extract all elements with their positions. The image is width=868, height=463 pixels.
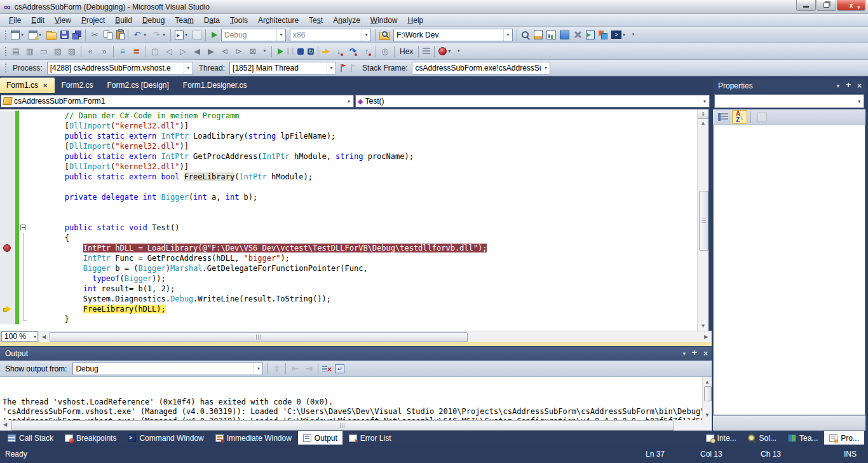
tools-button[interactable]: [572, 28, 583, 42]
breakpoints-ball-button[interactable]: [437, 45, 453, 59]
process-combo[interactable]: [4288] csAddressSubForm.vshost.e: [47, 62, 193, 74]
tab-intellitrace[interactable]: Inte...: [701, 431, 742, 445]
minimize-button[interactable]: [796, 0, 816, 11]
indicator-margin[interactable]: [0, 273, 15, 284]
add-new-item-button[interactable]: [27, 28, 44, 42]
indicator-margin[interactable]: [0, 253, 15, 263]
hex-button[interactable]: Hex: [397, 45, 416, 59]
scroll-left-icon[interactable]: ◀: [0, 420, 10, 429]
next-bookmark-button[interactable]: ▷: [177, 45, 189, 59]
vertical-scrollbar-thumb[interactable]: [699, 191, 709, 251]
outline-margin[interactable]: [19, 233, 28, 243]
restart-button[interactable]: [306, 45, 315, 59]
outline-margin[interactable]: [19, 284, 28, 294]
find-symbol-button[interactable]: [191, 28, 203, 42]
solution-configurations-combo[interactable]: Debug: [221, 29, 286, 41]
indicator-margin[interactable]: [0, 141, 15, 151]
next-message-button[interactable]: ⇥: [302, 362, 315, 376]
indicator-margin[interactable]: [0, 111, 15, 121]
indicator-margin[interactable]: [0, 121, 15, 131]
show-next-statement-button[interactable]: [321, 45, 331, 59]
toggle-bookmark-button[interactable]: ▢: [149, 45, 161, 59]
window-position-chevron-icon[interactable]: ▾: [836, 83, 839, 89]
solution-explorer-button[interactable]: [520, 28, 531, 42]
tab-output[interactable]: Output: [298, 431, 342, 445]
outline-margin[interactable]: [19, 223, 28, 233]
toolbar-overflow-button[interactable]: [629, 28, 637, 42]
members-combo[interactable]: ◆ Test(): [355, 95, 710, 107]
menu-item-tools[interactable]: Tools: [225, 15, 253, 26]
breakpoint-icon[interactable]: [3, 244, 11, 252]
outline-margin[interactable]: [19, 192, 28, 202]
property-pages-button[interactable]: [754, 110, 770, 124]
decrease-indent-button[interactable]: «: [84, 45, 97, 59]
menu-item-debug[interactable]: Debug: [137, 15, 170, 26]
stack-frame-combo[interactable]: csAddressSubForm.exe!csAddressSubForm: [412, 62, 550, 74]
editor-splitter-handle[interactable]: [698, 109, 709, 119]
editor-horizontal-scrollbar[interactable]: ◀ ▶: [39, 331, 711, 342]
menu-item-window[interactable]: Window: [365, 15, 403, 26]
indicator-margin[interactable]: [0, 212, 15, 223]
indicator-margin[interactable]: [0, 131, 15, 141]
zoom-level-combo[interactable]: 100 %: [1, 331, 38, 342]
toolbar-grip[interactable]: [4, 30, 7, 40]
tab-error-list[interactable]: Error List: [344, 431, 397, 445]
outline-margin[interactable]: [19, 162, 28, 172]
indicator-margin[interactable]: [0, 182, 15, 192]
step-over-button[interactable]: ↷: [346, 45, 359, 59]
tab-form2-cs-design-[interactable]: Form2.cs [Design]: [100, 78, 176, 93]
new-window-button[interactable]: [10, 28, 26, 42]
menu-item-view[interactable]: View: [50, 15, 76, 26]
uncomment-button[interactable]: ≣: [130, 45, 143, 59]
cut-button[interactable]: ✂: [88, 28, 101, 42]
horizontal-scrollbar-thumb[interactable]: [11, 420, 674, 431]
tab-immediate-window[interactable]: Immediate Window: [210, 431, 297, 445]
outline-margin[interactable]: [19, 111, 28, 121]
scroll-down-icon[interactable]: ▼: [698, 321, 709, 331]
bookmarks-overflow-button[interactable]: [261, 45, 269, 59]
vertical-scrollbar-thumb[interactable]: [704, 386, 712, 401]
next-bookmark-doc-button[interactable]: ⊳: [233, 45, 245, 59]
member-list-button[interactable]: ▤: [10, 45, 22, 59]
tab-form2-cs[interactable]: Form2.cs: [55, 78, 100, 93]
code-editor[interactable]: // Dann der C#-Code in meinem Programm […: [0, 109, 697, 331]
indicator-margin[interactable]: [0, 294, 15, 304]
start-debugging-button[interactable]: [208, 28, 219, 42]
output-vertical-scrollbar[interactable]: ▲ ▼: [702, 377, 712, 420]
tab-form1-cs[interactable]: Form1.cs×: [0, 78, 55, 93]
properties-grid[interactable]: [713, 125, 865, 415]
comment-button[interactable]: ≡: [116, 45, 129, 59]
threads-button[interactable]: [421, 45, 431, 59]
properties-object-combo[interactable]: [714, 94, 864, 108]
tab-solution-explorer[interactable]: Sol...: [743, 431, 782, 445]
tab-breakpoints[interactable]: Breakpoints: [60, 431, 121, 445]
toolbar-grip[interactable]: [4, 63, 7, 73]
indicator-margin[interactable]: [0, 304, 15, 314]
redo-button[interactable]: ↷: [150, 28, 168, 42]
close-panel-icon[interactable]: ×: [857, 81, 862, 90]
find-combo[interactable]: F:\Work Dev: [393, 29, 513, 41]
start-page-button[interactable]: [597, 28, 609, 42]
quick-info-button[interactable]: ▭: [37, 45, 50, 59]
surround-with-button[interactable]: ▨: [65, 45, 78, 59]
indicator-margin[interactable]: [0, 233, 15, 243]
outline-margin[interactable]: [19, 212, 28, 223]
navigate-button[interactable]: [173, 28, 190, 42]
clear-bookmarks-button[interactable]: ⊠: [247, 45, 259, 59]
save-all-button[interactable]: [71, 28, 83, 42]
categorized-button[interactable]: [715, 110, 731, 124]
toggle-word-wrap-button[interactable]: [334, 362, 346, 376]
menu-item-edit[interactable]: Edit: [26, 15, 50, 26]
outline-margin[interactable]: [19, 141, 28, 151]
horizontal-scrollbar-thumb[interactable]: [50, 332, 468, 342]
menu-item-test[interactable]: Test: [304, 15, 328, 26]
restore-button[interactable]: [817, 0, 836, 11]
indicator-margin[interactable]: [0, 172, 15, 182]
outline-margin[interactable]: [19, 243, 28, 253]
paste-button[interactable]: [115, 28, 125, 42]
object-browser-button[interactable]: [545, 28, 557, 42]
output-title-bar[interactable]: Output ▾ ×: [0, 347, 712, 361]
open-file-button[interactable]: [45, 28, 58, 42]
close-tab-icon[interactable]: ×: [43, 81, 47, 89]
find-message-button[interactable]: ⇪: [270, 362, 283, 376]
